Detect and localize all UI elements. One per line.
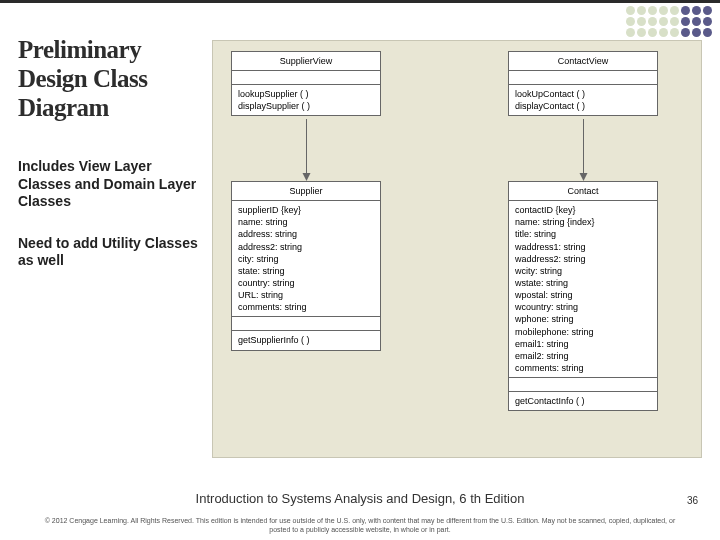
class-section-empty — [232, 317, 380, 331]
class-supplier-view: SupplierView lookupSupplier ( ) displayS… — [231, 51, 381, 116]
class-methods: getContactInfo ( ) — [509, 392, 657, 410]
class-contact: Contact contactID {key} name: string {in… — [508, 181, 658, 411]
class-name: Supplier — [232, 182, 380, 201]
class-methods: getSupplierInfo ( ) — [232, 331, 380, 349]
class-name: SupplierView — [232, 52, 380, 71]
slide: Preliminary Design Class Diagram Include… — [0, 0, 720, 540]
class-name: Contact — [509, 182, 657, 201]
dependency-arrow-supplier — [306, 119, 307, 173]
copyright-text: © 2012 Cengage Learning. All Rights Rese… — [40, 517, 680, 534]
dependency-arrow-contact — [583, 119, 584, 173]
class-attributes: supplierID {key} name: string address: s… — [232, 201, 380, 317]
arrow-head-icon — [580, 173, 588, 181]
footer-title: Introduction to Systems Analysis and Des… — [0, 491, 720, 506]
class-attributes: contactID {key} name: string {index} tit… — [509, 201, 657, 378]
top-border — [0, 0, 720, 3]
class-contact-view: ContactView lookUpContact ( ) displayCon… — [508, 51, 658, 116]
uml-diagram-area: SupplierView lookupSupplier ( ) displayS… — [212, 40, 702, 458]
page-number: 36 — [687, 495, 698, 506]
arrow-head-icon — [303, 173, 311, 181]
subtitle-2: Need to add Utility Classes as well — [18, 235, 206, 270]
slide-title: Preliminary Design Class Diagram — [18, 36, 206, 122]
class-attributes-empty — [232, 71, 380, 85]
class-attributes-empty — [509, 71, 657, 85]
class-methods: lookupSupplier ( ) displaySupplier ( ) — [232, 85, 380, 115]
class-name: ContactView — [509, 52, 657, 71]
class-methods: lookUpContact ( ) displayContact ( ) — [509, 85, 657, 115]
decorative-dots-grid — [626, 6, 712, 37]
class-supplier: Supplier supplierID {key} name: string a… — [231, 181, 381, 351]
subtitle-1: Includes View Layer Classes and Domain L… — [18, 158, 206, 211]
text-column: Preliminary Design Class Diagram Include… — [18, 36, 206, 270]
class-section-empty — [509, 378, 657, 392]
